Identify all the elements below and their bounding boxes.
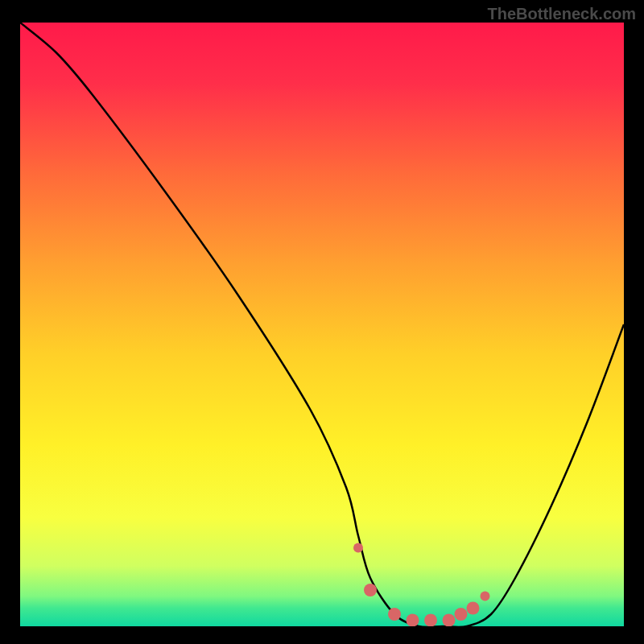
svg-point-9 [481,592,490,601]
svg-point-8 [467,602,480,615]
svg-point-7 [455,608,468,621]
chart-container: TheBottleneck.com [0,0,644,644]
svg-point-1 [353,543,363,553]
svg-point-5 [424,614,437,627]
chart-plot [20,23,624,626]
curve-line [20,23,624,626]
watermark-text: TheBottleneck.com [488,5,636,23]
svg-point-4 [407,614,419,627]
chart-area [20,23,624,626]
svg-point-6 [443,614,456,627]
svg-point-2 [364,584,377,597]
svg-point-3 [388,608,401,621]
